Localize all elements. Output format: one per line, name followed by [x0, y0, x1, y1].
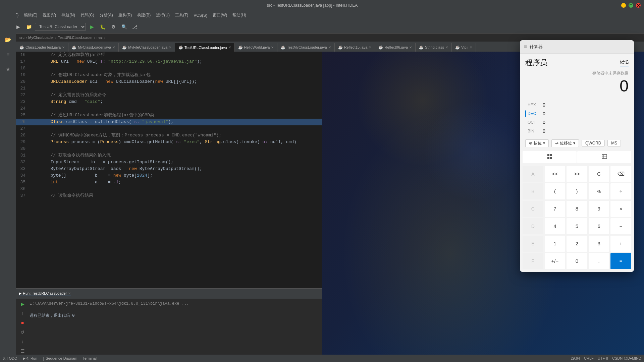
tab-testmyclassloader[interactable]: ☕ TestMyClassLoader.java ✕: [277, 43, 334, 52]
project-icon[interactable]: 📂: [2, 34, 14, 46]
run-button[interactable]: ▶: [87, 22, 97, 32]
calc-hex-row[interactable]: HEX 0: [525, 101, 629, 109]
calc-dec-row[interactable]: DEC 0: [525, 109, 629, 118]
calc-btn-multiply[interactable]: ×: [610, 201, 631, 217]
tab-close-icon[interactable]: ✕: [169, 46, 171, 49]
calc-btn-3[interactable]: 3: [589, 236, 609, 252]
calc-menu-icon[interactable]: ≡: [524, 44, 527, 50]
tab-myfileclassloader[interactable]: ☕ MyFileClassLoader.java ✕: [119, 43, 175, 52]
status-todo[interactable]: 6: TODO: [3, 356, 17, 360]
tab-close-icon[interactable]: ✕: [271, 46, 274, 49]
calculator-type-standard[interactable]: [523, 151, 577, 163]
run-tab-active[interactable]: ▶ Run: TestURLClassLoader ✕: [19, 291, 71, 296]
tab-reflect15[interactable]: ☕ Reflect15.java ✕: [335, 43, 375, 52]
calculator-type-scientific[interactable]: [577, 151, 631, 163]
tab-helloworld[interactable]: ☕ HelloWorld.java ✕: [235, 43, 278, 52]
tab-close-icon[interactable]: ✕: [369, 46, 371, 49]
bit-toggle-button[interactable]: ⊕ 按位 ▾: [525, 139, 549, 147]
calc-btn-close-paren[interactable]: ): [567, 183, 587, 199]
qword-button[interactable]: QWORD: [582, 140, 605, 146]
tab-myclassloader[interactable]: ☕ MyClassLoader.java ✕: [68, 43, 119, 52]
tab-close-icon[interactable]: ✕: [228, 46, 231, 49]
tab-close-icon[interactable]: ✕: [62, 46, 65, 49]
breadcrumb-myclassloader[interactable]: MyClassLoader: [28, 36, 54, 40]
calc-btn-0[interactable]: 0: [567, 253, 587, 269]
calc-memory-label[interactable]: 记忆: [620, 59, 629, 66]
close-button[interactable]: ✕: [636, 3, 641, 8]
project-button[interactable]: 📁: [24, 22, 34, 32]
calc-btn-9[interactable]: 9: [589, 201, 609, 217]
calc-btn-divide[interactable]: ÷: [610, 183, 631, 199]
run-config-select[interactable]: TestURLClassLoader: [35, 23, 86, 31]
debug-button[interactable]: 🐛: [98, 22, 107, 32]
calc-oct-row[interactable]: OCT 0: [525, 118, 629, 127]
tab-close-icon[interactable]: ✕: [112, 46, 115, 49]
git-button[interactable]: ⎇: [130, 22, 140, 32]
tab-vip[interactable]: ☕ Vip.j ✕: [452, 43, 476, 52]
menu-analyze[interactable]: 分析(A): [97, 12, 116, 19]
favorites-icon[interactable]: ★: [2, 63, 14, 75]
calc-btn-d[interactable]: D: [523, 218, 543, 234]
maximize-button[interactable]: □: [629, 3, 633, 8]
settings-button[interactable]: ⚙: [109, 22, 118, 32]
tab-close-icon[interactable]: ✕: [445, 46, 448, 49]
run-play-button[interactable]: ▶: [19, 300, 26, 308]
tab-reflect06[interactable]: ☕ Reflect06.java ✕: [375, 43, 416, 52]
run-tab-close-icon[interactable]: ✕: [68, 292, 71, 295]
status-sequence[interactable]: ‖ Sequence Diagram: [43, 356, 77, 361]
calc-btn-a[interactable]: A: [523, 166, 543, 182]
minimize-button[interactable]: —: [621, 3, 626, 8]
menu-view[interactable]: 视图(V): [40, 12, 59, 19]
calc-btn-leftshift[interactable]: <<: [545, 166, 566, 182]
menu-refactor[interactable]: 重构(R): [116, 12, 135, 19]
calc-btn-decimal[interactable]: .: [589, 253, 609, 269]
tab-testurlclassloader[interactable]: ☕ TestURLClassLoader.java ✕: [175, 43, 235, 52]
calc-btn-open-paren[interactable]: (: [545, 183, 566, 199]
menu-help[interactable]: 帮助(H): [230, 12, 249, 19]
calc-btn-rightshift[interactable]: >>: [567, 166, 587, 182]
calc-btn-8[interactable]: 8: [567, 201, 587, 217]
menu-vcs[interactable]: VCS(S): [191, 12, 210, 18]
calc-btn-equals[interactable]: =: [610, 253, 631, 269]
calc-btn-6[interactable]: 6: [589, 218, 609, 234]
calc-btn-f[interactable]: F: [523, 253, 543, 269]
calc-btn-add[interactable]: +: [610, 236, 631, 252]
status-terminal[interactable]: Terminal: [83, 356, 97, 360]
calc-btn-negate[interactable]: +/−: [545, 253, 566, 269]
tab-close-icon[interactable]: ✕: [470, 46, 472, 49]
calc-btn-e[interactable]: E: [523, 236, 543, 252]
calc-bin-row[interactable]: BIN 0: [525, 127, 629, 135]
breadcrumb-main[interactable]: main: [97, 36, 105, 40]
breadcrumb-testurlclassloader[interactable]: TestURLClassLoader: [58, 36, 93, 40]
calc-btn-subtract[interactable]: −: [610, 218, 631, 234]
calc-btn-b[interactable]: B: [523, 183, 543, 199]
calc-btn-7[interactable]: 7: [545, 201, 566, 217]
ms-button[interactable]: MS: [607, 140, 621, 146]
run-stop-button[interactable]: ■: [19, 319, 26, 326]
search-button[interactable]: 🔍: [119, 22, 129, 32]
calc-btn-2[interactable]: 2: [567, 236, 587, 252]
menu-window[interactable]: 窗口(W): [210, 12, 230, 19]
structure-icon[interactable]: ≡: [2, 48, 14, 60]
status-run[interactable]: ▶ 4: Run: [23, 356, 37, 361]
calc-btn-percent[interactable]: %: [589, 183, 609, 199]
calc-btn-clear[interactable]: C: [589, 166, 609, 182]
calc-btn-4[interactable]: 4: [545, 218, 566, 234]
calc-btn-backspace[interactable]: ⌫: [610, 166, 631, 182]
run-up-button[interactable]: ↑: [19, 310, 26, 317]
tab-close-icon[interactable]: ✕: [328, 46, 331, 49]
tab-stringclass[interactable]: ☕ String.class ✕: [416, 43, 452, 52]
calc-btn-c[interactable]: C: [523, 201, 543, 217]
menu-build[interactable]: 构建(B): [135, 12, 153, 19]
run-layout-button[interactable]: ☰: [19, 347, 26, 355]
menu-code[interactable]: 代码(C): [78, 12, 97, 19]
bit-shift-button[interactable]: ⇌ 位移位 ▾: [551, 139, 579, 147]
menu-tools[interactable]: 工具(T): [172, 12, 191, 19]
run-rerun-button[interactable]: ↺: [19, 328, 26, 336]
tab-close-icon[interactable]: ✕: [409, 46, 412, 49]
menu-edit[interactable]: 编辑(E): [21, 12, 40, 19]
menu-nav[interactable]: 导航(N): [59, 12, 78, 19]
menu-run[interactable]: 运行(U): [153, 12, 172, 19]
calc-btn-5[interactable]: 5: [567, 218, 587, 234]
run-down-button[interactable]: ↓: [19, 338, 26, 345]
